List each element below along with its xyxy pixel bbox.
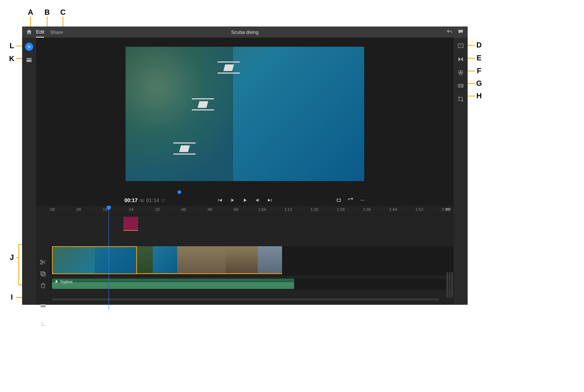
go-to-end-icon[interactable] <box>267 197 273 203</box>
svg-point-4 <box>362 200 363 201</box>
ruler-tick: :08 <box>75 207 81 212</box>
ruler-tick: :24 <box>128 207 134 212</box>
loop-icon[interactable] <box>348 197 353 203</box>
transitions-icon[interactable] <box>457 56 464 63</box>
video-clip-1[interactable] <box>52 246 137 274</box>
video-clip-2[interactable] <box>137 246 153 274</box>
ruler-tick: 1:04 <box>258 207 266 212</box>
scrub-bar[interactable] <box>36 190 454 195</box>
more-icon[interactable] <box>359 197 365 203</box>
callout-G: G <box>476 79 482 88</box>
svg-point-3 <box>360 200 361 201</box>
tab-share[interactable]: Share <box>50 27 63 38</box>
preview-area <box>36 38 454 190</box>
svg-point-20 <box>459 72 462 75</box>
svg-rect-10 <box>41 305 46 307</box>
play-icon[interactable] <box>242 197 248 203</box>
zoom-scrollbar[interactable] <box>446 272 453 298</box>
duration-time: 01:14 <box>146 197 159 203</box>
main-area: 00:17 00 01:14 27 <box>22 38 468 305</box>
audio-clip-name: Toybox <box>60 279 73 284</box>
callout-E: E <box>476 54 482 62</box>
transport-right <box>336 197 365 203</box>
svg-rect-0 <box>27 58 32 59</box>
video-clip-5[interactable] <box>226 246 258 274</box>
center-column: 00:17 00 01:14 27 <box>36 38 454 305</box>
step-back-icon[interactable] <box>229 197 235 203</box>
callout-D: D <box>476 41 482 49</box>
svg-point-19 <box>460 71 463 74</box>
timeline-tools <box>36 206 50 305</box>
project-assets-icon[interactable] <box>26 57 32 63</box>
ruler-tick: 1:36 <box>363 207 371 212</box>
ruler-tick: 1:28 <box>337 207 344 212</box>
transport-bar: 00:17 00 01:14 27 <box>36 195 454 206</box>
callout-L: L <box>8 42 15 50</box>
svg-rect-9 <box>42 273 45 276</box>
ruler-tick: :56 <box>233 207 239 212</box>
svg-point-14 <box>55 282 56 283</box>
audio-clip[interactable]: Toybox <box>52 279 294 289</box>
svg-rect-13 <box>446 210 451 211</box>
step-forward-icon[interactable] <box>254 197 260 203</box>
delete-icon[interactable] <box>40 282 46 289</box>
current-time: 00:17 <box>124 197 138 203</box>
timeline-content[interactable]: :00 :08 :16 :24 :32 :40 :48 :56 1:04 1:1… <box>50 206 454 305</box>
ruler-tick: 1:44 <box>389 207 397 212</box>
callout-J: J <box>8 253 15 262</box>
callout-I: I <box>8 293 15 301</box>
timeline-area: :00 :08 :16 :24 :32 :40 :48 :56 1:04 1:1… <box>36 206 454 305</box>
ruler-tick: :32 <box>154 207 160 212</box>
current-frames: 00 <box>140 199 144 203</box>
audio-options-icon[interactable] <box>40 303 46 310</box>
svg-point-5 <box>363 200 364 201</box>
timeline-playhead[interactable] <box>109 206 109 310</box>
crop-icon[interactable] <box>457 96 464 102</box>
color-icon[interactable] <box>457 69 464 76</box>
workspace-tabs: Edit Share <box>36 27 63 38</box>
ruler-tick: 1:12 <box>284 207 292 212</box>
home-icon[interactable] <box>26 29 32 35</box>
timecode: 00:17 00 01:14 27 <box>124 197 165 203</box>
video-clip-4[interactable] <box>177 246 226 274</box>
expand-tracks-icon[interactable] <box>40 321 46 327</box>
preview-frame[interactable] <box>126 47 364 181</box>
titles-icon[interactable]: T <box>457 43 464 49</box>
svg-rect-2 <box>337 199 340 202</box>
right-rail: T <box>454 38 468 305</box>
tab-edit[interactable]: Edit <box>36 27 44 38</box>
ruler-tick: 1:20 <box>310 207 318 212</box>
video-clip-3[interactable] <box>153 246 177 274</box>
project-title: Scuba diving <box>22 29 468 35</box>
horizontal-scrollbar[interactable] <box>52 299 439 300</box>
undo-icon[interactable] <box>446 29 453 35</box>
callout-A: A <box>27 8 34 17</box>
fullscreen-icon[interactable] <box>336 197 342 203</box>
tracks: Toybox <box>50 215 454 259</box>
scrub-playhead[interactable] <box>177 190 181 194</box>
duplicate-icon[interactable] <box>40 271 46 277</box>
go-to-start-icon[interactable] <box>217 197 223 203</box>
callout-F: F <box>476 67 482 75</box>
track-options-icon[interactable] <box>445 206 451 212</box>
svg-rect-12 <box>446 208 451 209</box>
svg-point-15 <box>57 282 57 282</box>
playback-controls <box>217 197 273 203</box>
speed-icon[interactable] <box>457 82 464 89</box>
svg-rect-8 <box>41 272 44 275</box>
ruler-tick: :40 <box>180 207 186 212</box>
duration-frames: 27 <box>161 199 165 203</box>
add-media-button[interactable] <box>25 43 33 51</box>
audio-track[interactable]: Toybox <box>50 279 454 290</box>
ruler-tick: :48 <box>207 207 212 212</box>
video-track[interactable] <box>50 246 454 276</box>
svg-rect-1 <box>27 60 32 62</box>
app-window: Edit Share Scuba diving <box>22 27 468 305</box>
split-icon[interactable] <box>40 259 46 265</box>
svg-text:T: T <box>460 44 462 47</box>
video-clip-6[interactable] <box>258 246 282 274</box>
svg-rect-11 <box>41 304 46 305</box>
topbar: Edit Share Scuba diving <box>22 27 468 38</box>
feedback-icon[interactable] <box>457 29 464 35</box>
ruler-tick: :00 <box>49 207 55 212</box>
